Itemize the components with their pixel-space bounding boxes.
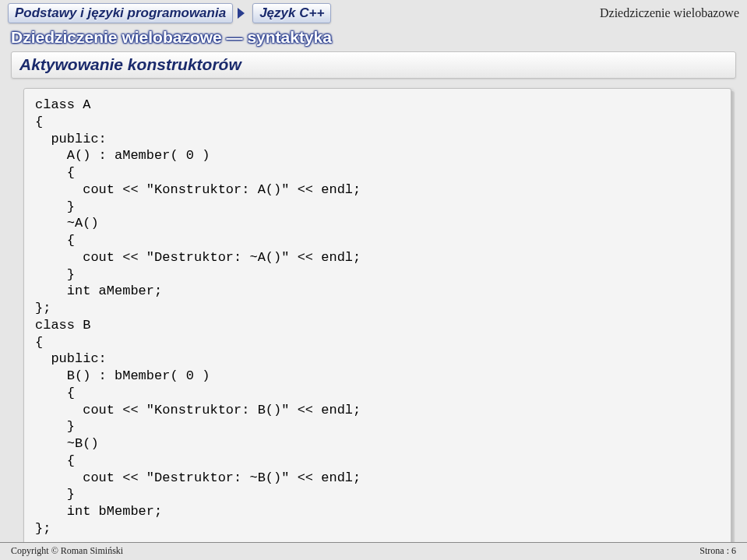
code-block: class A { public: A() : aMember( 0 ) { c… — [23, 88, 731, 546]
language-badge: Język C++ — [252, 3, 331, 23]
copyright-label: Copyright © Roman Simiński — [11, 545, 123, 557]
header-left-group: Podstawy i języki programowania Język C+… — [8, 3, 331, 23]
slide-subtitle: Dziedziczenie wielobazowe — syntaktyka — [0, 23, 747, 50]
course-badge: Podstawy i języki programowania — [8, 3, 233, 23]
topic-label: Dziedziczenie wielobazowe — [600, 3, 739, 20]
chevron-right-icon — [238, 8, 245, 19]
code-content: class A { public: A() : aMember( 0 ) { c… — [35, 97, 720, 537]
section-title: Aktywowanie konstruktorów — [19, 55, 728, 74]
slide-footer: Copyright © Roman Simiński Strona : 6 — [0, 542, 747, 560]
slide-header: Podstawy i języki programowania Język C+… — [0, 0, 747, 23]
section-title-box: Aktywowanie konstruktorów — [11, 51, 736, 79]
page-number-label: Strona : 6 — [699, 545, 736, 557]
